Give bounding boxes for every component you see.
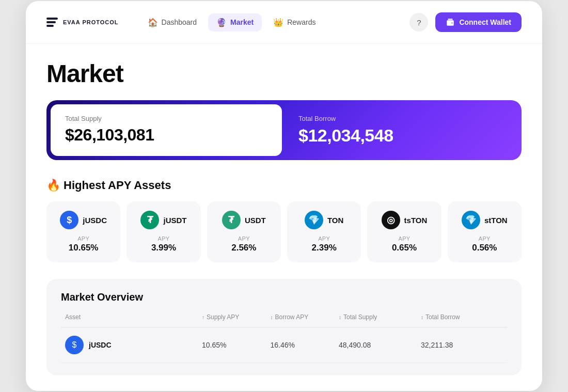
apy-card-jusdc[interactable]: $ jUSDC APY 10.65% bbox=[46, 201, 120, 262]
asset-icon-jusdc: $ bbox=[65, 336, 84, 354]
logo-bar-3 bbox=[46, 25, 54, 27]
header-right: ? Connect Wallet bbox=[409, 12, 522, 32]
main-nav: 🏠 Dashboard 🔮 Market 👑 Rewards bbox=[139, 13, 410, 32]
apy-token-row: 💎 stTON bbox=[462, 211, 508, 229]
token-icon-jusdt: ₮ bbox=[140, 211, 159, 229]
stats-banner: Total Supply $26,103,081 Total Borrow $1… bbox=[46, 100, 522, 160]
sort-updown-icon-borrow: ↕ bbox=[271, 315, 273, 320]
market-icon: 🔮 bbox=[216, 18, 227, 27]
apy-card-usdt[interactable]: ₮ USDT APY 2.56% bbox=[207, 201, 281, 262]
token-icon-tston: ◎ bbox=[382, 211, 400, 229]
rewards-icon: 👑 bbox=[273, 18, 283, 27]
token-icon-stton: 💎 bbox=[462, 211, 480, 229]
token-name-stton: stTON bbox=[484, 216, 508, 225]
token-name-tston: tsTON bbox=[404, 216, 428, 225]
total-borrow-value-row: 32,211.38 bbox=[421, 341, 503, 349]
total-supply-value-row: 48,490.08 bbox=[339, 341, 421, 349]
help-icon: ? bbox=[417, 18, 421, 27]
app-title: EVAA PROTOCOL bbox=[63, 19, 119, 25]
nav-item-market[interactable]: 🔮 Market bbox=[208, 13, 262, 32]
apy-info-tston: APY 0.65% bbox=[392, 236, 417, 253]
market-rows: $ jUSDC 10.65% 16.46% 48,490.08 32,211.3… bbox=[61, 327, 507, 363]
page-title: Market bbox=[46, 59, 522, 88]
apy-card-jusdt[interactable]: ₮ jUSDT APY 3.99% bbox=[127, 201, 200, 262]
th-asset: Asset bbox=[65, 313, 202, 321]
supply-apy-value: 10.65% bbox=[202, 341, 271, 349]
apy-card-ton[interactable]: 💎 TON APY 2.39% bbox=[287, 201, 361, 262]
token-name-ton: TON bbox=[327, 216, 343, 225]
connect-wallet-label: Connect Wallet bbox=[459, 18, 511, 26]
apy-token-row: 💎 TON bbox=[305, 211, 343, 229]
apy-label: APY bbox=[392, 236, 417, 242]
apy-value-jusdt: 3.99% bbox=[151, 243, 176, 253]
apy-info-stton: APY 0.56% bbox=[472, 236, 497, 253]
nav-label-dashboard: Dashboard bbox=[162, 18, 197, 26]
apy-label: APY bbox=[151, 236, 176, 242]
th-total-borrow[interactable]: ↕ Total Borrow bbox=[421, 313, 503, 321]
apy-token-row: ◎ tsTON bbox=[382, 211, 428, 229]
apy-info-usdt: APY 2.56% bbox=[231, 236, 256, 253]
logo-bar-2 bbox=[46, 21, 56, 23]
th-total-supply[interactable]: ↕ Total Supply bbox=[339, 313, 421, 321]
sort-up-icon: ↑ bbox=[202, 315, 204, 320]
connect-wallet-button[interactable]: Connect Wallet bbox=[435, 12, 522, 32]
sort-updown-icon-tborrow: ↕ bbox=[421, 315, 423, 320]
logo-bar-1 bbox=[46, 18, 58, 20]
asset-name-jusdc: jUSDC bbox=[89, 341, 112, 349]
th-supply-apy[interactable]: ↑ Supply APY bbox=[202, 313, 271, 321]
sort-updown-icon-tsupply: ↕ bbox=[339, 315, 341, 320]
logo: EVAA PROTOCOL bbox=[46, 18, 119, 27]
apy-token-row: ₮ USDT bbox=[222, 211, 266, 229]
table-row-jusdc[interactable]: $ jUSDC 10.65% 16.46% 48,490.08 32,211.3… bbox=[61, 327, 507, 363]
apy-card-stton[interactable]: 💎 stTON APY 0.56% bbox=[448, 201, 522, 262]
nav-item-rewards[interactable]: 👑 Rewards bbox=[265, 13, 324, 32]
total-supply-label: Total Supply bbox=[65, 115, 267, 122]
apy-info-ton: APY 2.39% bbox=[312, 236, 337, 253]
apy-value-stton: 0.56% bbox=[472, 243, 497, 253]
apy-value-ton: 2.39% bbox=[312, 243, 337, 253]
help-button[interactable]: ? bbox=[409, 13, 428, 32]
nav-label-market: Market bbox=[230, 18, 254, 26]
wallet-icon bbox=[446, 18, 455, 27]
asset-cell: $ jUSDC bbox=[65, 336, 202, 354]
apy-token-row: $ jUSDC bbox=[60, 211, 107, 229]
apy-label: APY bbox=[312, 236, 337, 242]
nav-item-dashboard[interactable]: 🏠 Dashboard bbox=[139, 13, 206, 32]
highest-apy-title: 🔥 Highest APY Assets bbox=[46, 179, 522, 192]
th-borrow-apy[interactable]: ↕ Borrow APY bbox=[271, 313, 339, 321]
apy-label: APY bbox=[472, 236, 497, 242]
apy-cards-container: $ jUSDC APY 10.65% ₮ jUSDT APY 3.99% ₮ U… bbox=[46, 201, 522, 262]
total-supply-value: $26,103,081 bbox=[65, 126, 267, 145]
token-icon-ton: 💎 bbox=[305, 211, 323, 229]
total-borrow-value: $12,034,548 bbox=[298, 126, 501, 146]
total-borrow-label: Total Borrow bbox=[298, 115, 501, 122]
apy-label: APY bbox=[231, 236, 256, 242]
apy-value-jusdc: 10.65% bbox=[69, 243, 99, 253]
apy-label: APY bbox=[69, 236, 99, 242]
token-name-usdt: USDT bbox=[245, 216, 266, 225]
logo-text: EVAA PROTOCOL bbox=[63, 19, 119, 25]
token-icon-usdt: ₮ bbox=[222, 211, 241, 229]
logo-icon bbox=[46, 18, 58, 27]
total-supply-card: Total Supply $26,103,081 bbox=[51, 104, 282, 156]
borrow-apy-value: 16.46% bbox=[271, 341, 339, 349]
token-icon-jusdc: $ bbox=[60, 211, 78, 229]
token-name-jusdt: jUSDT bbox=[163, 216, 186, 225]
apy-card-tston[interactable]: ◎ tsTON APY 0.65% bbox=[367, 201, 441, 262]
apy-info-jusdc: APY 10.65% bbox=[69, 236, 99, 253]
apy-info-jusdt: APY 3.99% bbox=[151, 236, 176, 253]
table-header: Asset ↑ Supply APY ↕ Borrow APY ↕ Total … bbox=[61, 313, 507, 327]
market-overview: Market Overview Asset ↑ Supply APY ↕ Bor… bbox=[46, 279, 522, 375]
main-content: Market Total Supply $26,103,081 Total Bo… bbox=[26, 44, 542, 391]
token-name-jusdc: jUSDC bbox=[83, 216, 107, 225]
app-container: EVAA PROTOCOL 🏠 Dashboard 🔮 Market 👑 Rew… bbox=[26, 1, 542, 391]
apy-token-row: ₮ jUSDT bbox=[140, 211, 186, 229]
header: EVAA PROTOCOL 🏠 Dashboard 🔮 Market 👑 Rew… bbox=[26, 1, 542, 44]
apy-value-tston: 0.65% bbox=[392, 243, 417, 253]
dashboard-icon: 🏠 bbox=[148, 18, 158, 27]
apy-value-usdt: 2.56% bbox=[231, 243, 256, 253]
market-overview-title: Market Overview bbox=[61, 291, 507, 303]
total-borrow-card: Total Borrow $12,034,548 bbox=[282, 104, 517, 156]
nav-label-rewards: Rewards bbox=[287, 18, 315, 26]
